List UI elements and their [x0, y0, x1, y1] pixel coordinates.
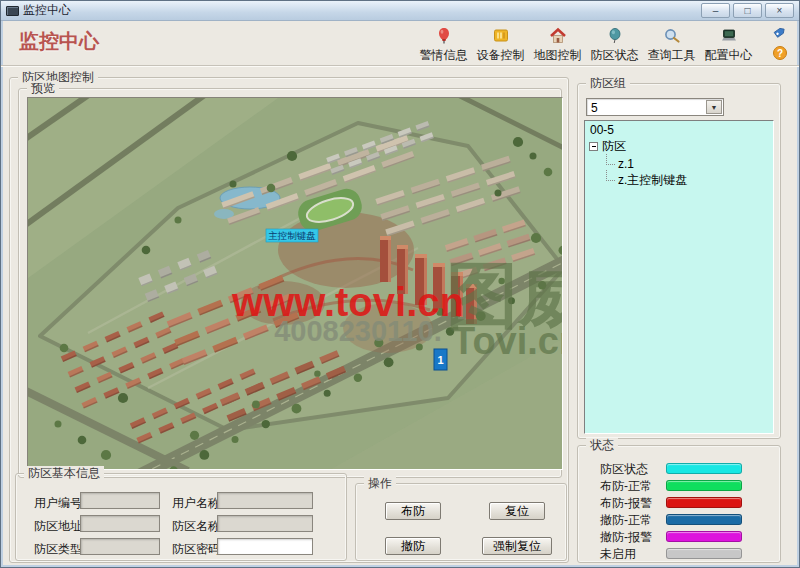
- tag-icon[interactable]: [771, 26, 789, 43]
- legend-color-disarmed-normal: [666, 514, 742, 525]
- zone-map[interactable]: 4008230110. Tovi.cn 图威 www.tovi.cn 主控制键盘…: [27, 97, 563, 470]
- field-label-zone-name: 防区名称: [172, 518, 220, 535]
- force-reset-button[interactable]: 强制复位: [482, 537, 552, 555]
- window-title: 监控中心: [23, 2, 71, 19]
- toolbar-button-map-control[interactable]: 地图控制: [529, 24, 586, 64]
- chevron-down-icon[interactable]: ▼: [706, 100, 722, 114]
- group-title: 操作: [364, 476, 396, 490]
- legend-label: 布防-正常: [600, 478, 652, 495]
- field-label-user-name: 用户名称: [172, 495, 220, 512]
- device-panel-icon: [472, 26, 529, 46]
- toolbar-button-alarm-info[interactable]: 警情信息: [415, 24, 472, 64]
- toolbar-button-zone-status[interactable]: 防区状态: [586, 24, 643, 64]
- help-area: ?: [769, 24, 791, 60]
- zone-info-group: 防区基本信息 用户编号 用户名称 防区地址 防区名称 防区类型 防区密码: [15, 473, 347, 561]
- tree-item-zone-1[interactable]: z.1: [587, 154, 771, 170]
- zone-address-field[interactable]: [80, 515, 160, 532]
- svg-text:主控制键盘: 主控制键盘: [268, 230, 316, 241]
- group-title: 防区组: [586, 76, 630, 90]
- close-button[interactable]: ×: [765, 3, 794, 18]
- zone-tree[interactable]: 00-5 防区 z.1 z.主控制键盘: [584, 120, 774, 434]
- legend-color-armed-normal: [666, 480, 742, 491]
- toolbar-button-device-control[interactable]: 设备控制: [472, 24, 529, 64]
- map-home-icon: [529, 26, 586, 46]
- page-title: 监控中心: [19, 28, 99, 55]
- status-legend-panel: 状态 防区状态 布防-正常 布防-报警 撤防-正常 撤防-报警: [577, 445, 781, 563]
- legend-row: 撤防-报警: [578, 528, 780, 545]
- tree-node-zones[interactable]: 防区: [587, 138, 771, 154]
- legend-label: 未启用: [600, 546, 636, 563]
- collapse-icon[interactable]: [589, 142, 598, 151]
- reset-button[interactable]: 复位: [489, 502, 545, 520]
- toolbar-label: 查询工具: [643, 47, 700, 64]
- toolbar-label: 防区状态: [586, 47, 643, 64]
- legend-label: 布防-报警: [600, 495, 652, 512]
- user-name-field[interactable]: [217, 492, 313, 509]
- legend-label: 撤防-报警: [600, 529, 652, 546]
- operation-group: 操作 布防 复位 撤防 强制复位: [355, 483, 567, 561]
- header-divider: [1, 65, 799, 67]
- toolbar: 警情信息 设备控制 地图控制 防区状态: [415, 24, 757, 64]
- svg-text:1: 1: [437, 354, 443, 366]
- map-watermark-url: www.tovi.cn: [231, 280, 464, 324]
- legend-color-disarmed-alarm: [666, 531, 742, 542]
- tree-connector: [606, 170, 615, 181]
- zone-group-dropdown[interactable]: 5 ▼: [586, 98, 724, 116]
- disarm-button[interactable]: 撤防: [385, 537, 441, 555]
- legend-row: 撤防-正常: [578, 511, 780, 528]
- titlebar[interactable]: 监控中心 – □ ×: [1, 1, 799, 21]
- header: 监控中心 警情信息 设备控制 地图控制: [1, 22, 799, 65]
- legend-color-armed-alarm: [666, 497, 742, 508]
- tree-connector: [606, 154, 615, 165]
- legend-row: 防区状态: [578, 460, 780, 477]
- app-window: 监控中心 – □ × 监控中心 警情信息 设备控制: [0, 0, 800, 568]
- user-number-field[interactable]: [80, 492, 160, 509]
- config-monitor-icon: [700, 26, 757, 46]
- toolbar-label: 设备控制: [472, 47, 529, 64]
- toolbar-label: 警情信息: [415, 47, 472, 64]
- group-title: 预览: [27, 81, 59, 95]
- legend-label: 防区状态: [600, 461, 648, 478]
- field-label-zone-type: 防区类型: [34, 541, 82, 558]
- group-title: 状态: [586, 438, 618, 452]
- legend-label: 撤防-正常: [600, 512, 652, 529]
- zone-status-icon: [586, 26, 643, 46]
- zone-name-field[interactable]: [217, 515, 313, 532]
- help-button[interactable]: ?: [773, 46, 787, 60]
- app-icon: [6, 6, 19, 16]
- zone-type-field[interactable]: [80, 538, 160, 555]
- map-zone-marker-1[interactable]: 1: [434, 349, 447, 370]
- tree-item-main-keyboard[interactable]: z.主控制键盘: [587, 170, 771, 186]
- preview-group: 预览: [18, 88, 562, 478]
- field-label-user-number: 用户编号: [34, 495, 82, 512]
- legend-row: 布防-报警: [578, 494, 780, 511]
- toolbar-button-config-center[interactable]: 配置中心: [700, 24, 757, 64]
- group-title: 防区基本信息: [24, 466, 104, 480]
- zone-group-panel: 防区组 5 ▼ 00-5 防区 z.1 z.主控制键盘: [577, 83, 781, 439]
- minimize-button[interactable]: –: [701, 3, 730, 18]
- toolbar-button-query-tools[interactable]: 查询工具: [643, 24, 700, 64]
- tree-root-item[interactable]: 00-5: [587, 122, 771, 138]
- legend-color-zone-status: [666, 463, 742, 474]
- alarm-bell-icon: [415, 26, 472, 46]
- arm-button[interactable]: 布防: [385, 502, 441, 520]
- field-label-zone-password: 防区密码: [172, 541, 220, 558]
- map-device-label-keyboard[interactable]: 主控制键盘: [266, 229, 318, 242]
- dropdown-value: 5: [591, 101, 598, 115]
- zone-password-field[interactable]: [217, 538, 313, 555]
- toolbar-label: 配置中心: [700, 47, 757, 64]
- legend-row: 未启用: [578, 545, 780, 562]
- legend-color-disabled: [666, 548, 742, 559]
- toolbar-label: 地图控制: [529, 47, 586, 64]
- maximize-button[interactable]: □: [733, 3, 762, 18]
- search-icon: [643, 26, 700, 46]
- legend-row: 布防-正常: [578, 477, 780, 494]
- field-label-zone-address: 防区地址: [34, 518, 82, 535]
